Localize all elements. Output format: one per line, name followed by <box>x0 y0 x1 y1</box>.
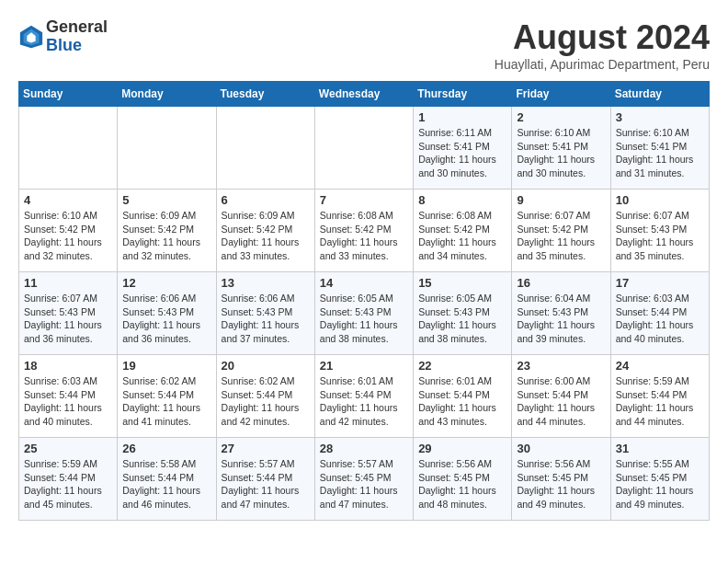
calendar-day-cell: 31Sunrise: 5:55 AM Sunset: 5:45 PM Dayli… <box>610 438 709 521</box>
day-of-week-header: Wednesday <box>314 82 413 107</box>
day-info: Sunrise: 6:07 AM Sunset: 5:43 PM Dayligh… <box>616 209 704 263</box>
day-number: 18 <box>24 359 112 373</box>
calendar-day-cell: 18Sunrise: 6:03 AM Sunset: 5:44 PM Dayli… <box>19 355 118 438</box>
calendar-day-cell <box>216 107 314 190</box>
calendar-week-row: 1Sunrise: 6:11 AM Sunset: 5:41 PM Daylig… <box>19 107 710 190</box>
day-info: Sunrise: 6:10 AM Sunset: 5:41 PM Dayligh… <box>616 126 704 180</box>
day-info: Sunrise: 6:01 AM Sunset: 5:44 PM Dayligh… <box>418 374 506 429</box>
day-number: 9 <box>517 193 605 207</box>
day-info: Sunrise: 6:10 AM Sunset: 5:41 PM Dayligh… <box>517 126 605 180</box>
calendar-body: 1Sunrise: 6:11 AM Sunset: 5:41 PM Daylig… <box>19 107 710 521</box>
calendar-day-cell: 6Sunrise: 6:09 AM Sunset: 5:42 PM Daylig… <box>216 190 314 272</box>
calendar-day-cell: 27Sunrise: 5:57 AM Sunset: 5:44 PM Dayli… <box>216 438 314 521</box>
day-number: 15 <box>418 276 506 290</box>
day-number: 19 <box>122 359 210 373</box>
day-info: Sunrise: 6:02 AM Sunset: 5:44 PM Dayligh… <box>122 374 210 429</box>
calendar-day-cell: 5Sunrise: 6:09 AM Sunset: 5:42 PM Daylig… <box>118 190 216 272</box>
day-of-week-header: Thursday <box>414 82 512 107</box>
day-info: Sunrise: 6:10 AM Sunset: 5:42 PM Dayligh… <box>24 209 112 263</box>
day-info: Sunrise: 6:04 AM Sunset: 5:43 PM Dayligh… <box>517 292 605 346</box>
day-of-week-header: Sunday <box>19 82 118 107</box>
calendar-day-cell: 20Sunrise: 6:02 AM Sunset: 5:44 PM Dayli… <box>216 355 314 438</box>
day-info: Sunrise: 6:02 AM Sunset: 5:44 PM Dayligh… <box>222 374 310 429</box>
day-info: Sunrise: 6:03 AM Sunset: 5:44 PM Dayligh… <box>24 374 112 429</box>
day-number: 4 <box>24 193 112 207</box>
calendar-day-cell: 2Sunrise: 6:10 AM Sunset: 5:41 PM Daylig… <box>512 107 610 190</box>
day-info: Sunrise: 5:59 AM Sunset: 5:44 PM Dayligh… <box>24 457 112 511</box>
calendar-day-cell: 28Sunrise: 5:57 AM Sunset: 5:45 PM Dayli… <box>314 438 413 521</box>
calendar-day-cell: 11Sunrise: 6:07 AM Sunset: 5:43 PM Dayli… <box>19 272 118 355</box>
day-number: 12 <box>122 276 210 290</box>
day-number: 8 <box>418 193 506 207</box>
day-info: Sunrise: 6:08 AM Sunset: 5:42 PM Dayligh… <box>418 209 506 263</box>
calendar-day-cell: 14Sunrise: 6:05 AM Sunset: 5:43 PM Dayli… <box>314 272 413 355</box>
day-info: Sunrise: 5:56 AM Sunset: 5:45 PM Dayligh… <box>517 457 605 511</box>
calendar-week-row: 4Sunrise: 6:10 AM Sunset: 5:42 PM Daylig… <box>19 190 710 272</box>
day-info: Sunrise: 5:59 AM Sunset: 5:44 PM Dayligh… <box>616 374 704 429</box>
day-number: 6 <box>222 193 310 207</box>
day-number: 3 <box>616 110 704 124</box>
logo: General Blue <box>18 18 108 55</box>
day-number: 20 <box>222 359 310 373</box>
calendar-day-cell: 3Sunrise: 6:10 AM Sunset: 5:41 PM Daylig… <box>610 107 709 190</box>
title-block: August 2024 Huayllati, Apurimac Departme… <box>495 18 710 72</box>
calendar-day-cell: 17Sunrise: 6:03 AM Sunset: 5:44 PM Dayli… <box>610 272 709 355</box>
calendar-day-cell: 25Sunrise: 5:59 AM Sunset: 5:44 PM Dayli… <box>19 438 118 521</box>
calendar-day-cell: 24Sunrise: 5:59 AM Sunset: 5:44 PM Dayli… <box>610 355 709 438</box>
day-number: 10 <box>616 193 704 207</box>
day-info: Sunrise: 5:57 AM Sunset: 5:45 PM Dayligh… <box>320 457 408 511</box>
day-info: Sunrise: 5:57 AM Sunset: 5:44 PM Dayligh… <box>222 457 310 511</box>
calendar-table: SundayMondayTuesdayWednesdayThursdayFrid… <box>18 81 710 521</box>
day-number: 16 <box>517 276 605 290</box>
day-number: 26 <box>122 442 210 455</box>
day-number: 25 <box>24 442 112 455</box>
day-number: 23 <box>517 359 605 373</box>
day-number: 29 <box>418 442 506 455</box>
header-row: SundayMondayTuesdayWednesdayThursdayFrid… <box>19 82 710 107</box>
day-number: 28 <box>320 442 408 455</box>
day-info: Sunrise: 6:08 AM Sunset: 5:42 PM Dayligh… <box>320 209 408 263</box>
calendar-week-row: 25Sunrise: 5:59 AM Sunset: 5:44 PM Dayli… <box>19 438 710 521</box>
day-number: 30 <box>517 442 605 455</box>
calendar-day-cell <box>314 107 413 190</box>
calendar-day-cell: 29Sunrise: 5:56 AM Sunset: 5:45 PM Dayli… <box>414 438 512 521</box>
day-of-week-header: Monday <box>118 82 216 107</box>
day-number: 17 <box>616 276 704 290</box>
day-of-week-header: Saturday <box>610 82 709 107</box>
calendar-week-row: 18Sunrise: 6:03 AM Sunset: 5:44 PM Dayli… <box>19 355 710 438</box>
day-info: Sunrise: 6:06 AM Sunset: 5:43 PM Dayligh… <box>222 292 310 346</box>
calendar-day-cell: 21Sunrise: 6:01 AM Sunset: 5:44 PM Dayli… <box>314 355 413 438</box>
day-number: 13 <box>222 276 310 290</box>
location: Huayllati, Apurimac Department, Peru <box>495 57 710 72</box>
calendar-day-cell: 12Sunrise: 6:06 AM Sunset: 5:43 PM Dayli… <box>118 272 216 355</box>
day-number: 31 <box>616 442 704 455</box>
day-number: 5 <box>122 193 210 207</box>
day-number: 7 <box>320 193 408 207</box>
calendar-day-cell: 10Sunrise: 6:07 AM Sunset: 5:43 PM Dayli… <box>610 190 709 272</box>
calendar-day-cell: 22Sunrise: 6:01 AM Sunset: 5:44 PM Dayli… <box>414 355 512 438</box>
day-info: Sunrise: 6:09 AM Sunset: 5:42 PM Dayligh… <box>222 209 310 263</box>
day-number: 1 <box>418 110 506 124</box>
day-info: Sunrise: 6:03 AM Sunset: 5:44 PM Dayligh… <box>616 292 704 346</box>
day-info: Sunrise: 6:00 AM Sunset: 5:44 PM Dayligh… <box>517 374 605 429</box>
day-number: 11 <box>24 276 112 290</box>
day-number: 21 <box>320 359 408 373</box>
calendar-day-cell: 19Sunrise: 6:02 AM Sunset: 5:44 PM Dayli… <box>118 355 216 438</box>
day-of-week-header: Friday <box>512 82 610 107</box>
day-info: Sunrise: 5:58 AM Sunset: 5:44 PM Dayligh… <box>122 457 210 511</box>
day-info: Sunrise: 5:56 AM Sunset: 5:45 PM Dayligh… <box>418 457 506 511</box>
day-number: 14 <box>320 276 408 290</box>
day-info: Sunrise: 6:11 AM Sunset: 5:41 PM Dayligh… <box>418 126 506 180</box>
day-info: Sunrise: 6:07 AM Sunset: 5:42 PM Dayligh… <box>517 209 605 263</box>
day-info: Sunrise: 5:55 AM Sunset: 5:45 PM Dayligh… <box>616 457 704 511</box>
day-info: Sunrise: 6:09 AM Sunset: 5:42 PM Dayligh… <box>122 209 210 263</box>
day-of-week-header: Tuesday <box>216 82 314 107</box>
calendar-day-cell: 16Sunrise: 6:04 AM Sunset: 5:43 PM Dayli… <box>512 272 610 355</box>
day-info: Sunrise: 6:07 AM Sunset: 5:43 PM Dayligh… <box>24 292 112 346</box>
calendar-day-cell: 30Sunrise: 5:56 AM Sunset: 5:45 PM Dayli… <box>512 438 610 521</box>
day-info: Sunrise: 6:01 AM Sunset: 5:44 PM Dayligh… <box>320 374 408 429</box>
day-info: Sunrise: 6:05 AM Sunset: 5:43 PM Dayligh… <box>418 292 506 346</box>
calendar-header: SundayMondayTuesdayWednesdayThursdayFrid… <box>19 82 710 107</box>
calendar-day-cell <box>118 107 216 190</box>
day-number: 2 <box>517 110 605 124</box>
